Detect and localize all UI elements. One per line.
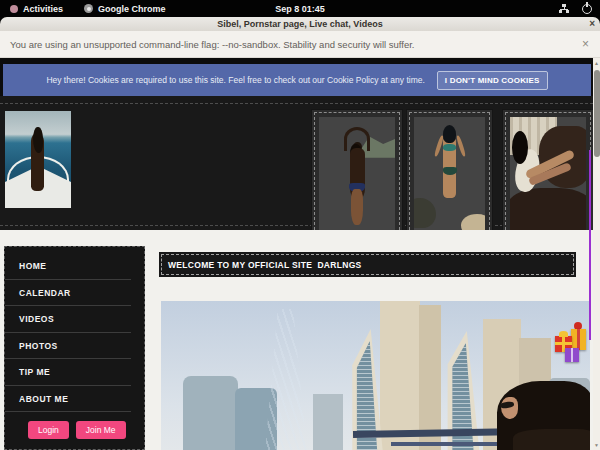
window-close-icon[interactable]: ×: [589, 17, 595, 31]
join-me-button[interactable]: Join Me: [76, 421, 126, 439]
window-title: Sibel, Pornstar page, Live chat, Videos: [217, 19, 382, 29]
browser-viewport: Hey there! Cookies are required to use t…: [0, 58, 593, 450]
gift-boxes-icon[interactable]: [571, 329, 586, 350]
sidebar-item-calendar[interactable]: CALENDAR: [5, 280, 131, 307]
gift-ribbon: [589, 150, 591, 340]
sidebar-item-home[interactable]: HOME: [5, 253, 131, 280]
thumbnail-frame[interactable]: [312, 110, 402, 237]
window-titlebar[interactable]: Sibel, Pornstar page, Live chat, Videos …: [0, 17, 600, 31]
sidebar-item-tip-me[interactable]: TIP ME: [5, 359, 131, 386]
cookie-banner: Hey there! Cookies are required to use t…: [3, 64, 591, 96]
login-button[interactable]: Login: [28, 421, 69, 439]
thumbnail-frame[interactable]: [407, 110, 492, 237]
warning-message: You are using an unsupported command-lin…: [10, 39, 415, 50]
gift-boxes-icon[interactable]: [565, 348, 579, 362]
infobar-close-icon[interactable]: ×: [582, 37, 589, 51]
dashed-divider: [0, 103, 593, 104]
thumbnail-frame[interactable]: [503, 110, 593, 237]
clock[interactable]: Sep 8 01:45: [0, 4, 600, 14]
beach-arms-raised-photo[interactable]: [319, 117, 395, 230]
cookie-message: Hey there! Cookies are required to use t…: [46, 75, 424, 85]
beach-bikini-photo[interactable]: [414, 117, 485, 230]
sidebar-item-photos[interactable]: PHOTOS: [5, 333, 131, 360]
scroll-down-icon[interactable]: ▼: [593, 442, 600, 448]
page-scrollbar[interactable]: ▲ ▼: [593, 58, 600, 450]
woman-on-boat-photo[interactable]: [5, 111, 71, 208]
dubai-marina-skyline-photo[interactable]: [161, 301, 590, 450]
content-area: HOME CALENDAR VIDEOS PHOTOS TIP ME ABOUT…: [0, 230, 593, 450]
gift-boxes-icon: [559, 331, 568, 337]
scroll-up-icon[interactable]: ▲: [593, 60, 600, 66]
screen: Activities Google Chrome Sep 8 01:45 Sib…: [0, 0, 600, 450]
cookie-accept-button[interactable]: I DON'T MIND COOKIES: [437, 71, 548, 90]
sidebar: HOME CALENDAR VIDEOS PHOTOS TIP ME ABOUT…: [4, 246, 145, 450]
gnome-top-bar: Activities Google Chrome Sep 8 01:45: [0, 0, 600, 17]
sidebar-item-about-me[interactable]: ABOUT ME: [5, 386, 131, 413]
network-icon[interactable]: [559, 4, 569, 13]
sidebar-item-videos[interactable]: VIDEOS: [5, 306, 131, 333]
scrollbar-thumb[interactable]: [594, 70, 600, 157]
welcome-bar: WELCOME TO MY OFFICIAL SITE DARLNGS: [159, 252, 576, 277]
couch-photo[interactable]: [510, 117, 586, 230]
power-icon[interactable]: [582, 4, 592, 14]
warning-infobar: You are using an unsupported command-lin…: [0, 31, 600, 58]
